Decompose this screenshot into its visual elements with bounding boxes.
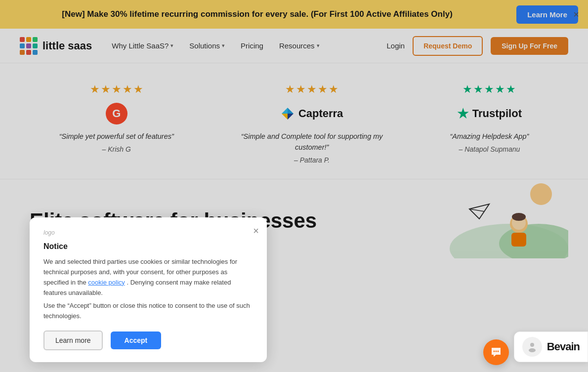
cookie-modal-logo: logo xyxy=(43,229,253,236)
cookie-notice-title: Notice xyxy=(43,242,253,251)
cookie-modal-overlay: logo × Notice We and selected third part… xyxy=(0,0,588,268)
cookie-body-text: We and selected third parties use cookie… xyxy=(43,257,253,268)
cookie-modal: logo × Notice We and selected third part… xyxy=(30,217,267,268)
cookie-close-button[interactable]: × xyxy=(253,225,259,237)
